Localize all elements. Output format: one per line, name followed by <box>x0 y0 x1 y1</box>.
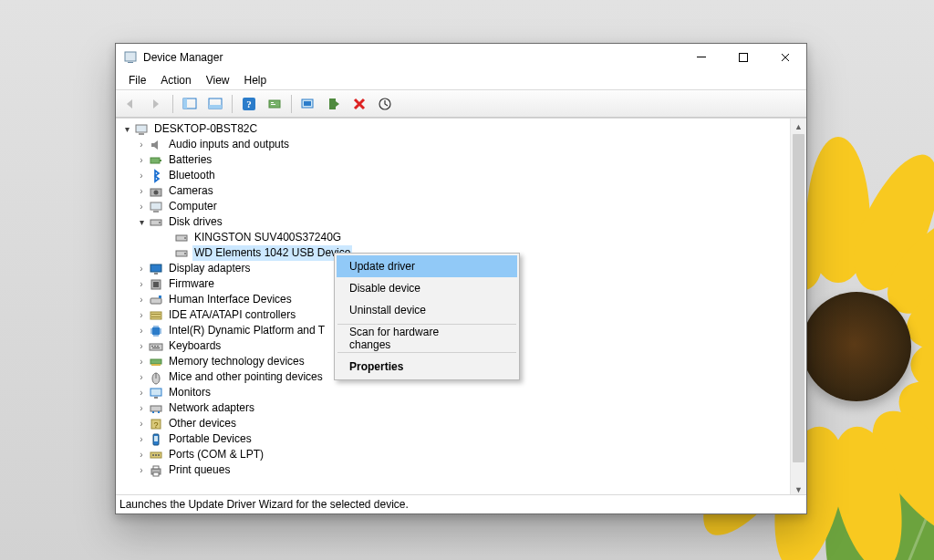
ctx-separator <box>337 324 516 325</box>
svg-rect-24 <box>153 211 159 213</box>
ctx-update-driver[interactable]: Update driver <box>337 255 517 277</box>
svg-rect-54 <box>158 411 160 413</box>
caret-icon[interactable]: › <box>136 338 147 354</box>
scroll-up-button[interactable]: ▲ <box>791 119 806 134</box>
menu-file[interactable]: File <box>121 73 153 88</box>
disk-icon <box>174 231 189 245</box>
firmware-icon <box>149 277 163 292</box>
svg-rect-20 <box>160 160 161 161</box>
caret-icon[interactable]: › <box>136 137 147 152</box>
close-button[interactable] <box>764 44 806 71</box>
caret-icon[interactable]: › <box>136 400 147 416</box>
category-label: Disk drives <box>167 214 224 230</box>
ide-icon <box>149 308 163 323</box>
svg-point-61 <box>155 454 157 456</box>
toolbar: ? <box>116 90 806 118</box>
statusbar: Launches the Update Driver Wizard for th… <box>116 494 806 513</box>
category-label: Computer <box>167 199 219 214</box>
category-label: Intel(R) Dynamic Platform and T <box>167 323 327 338</box>
caret-icon[interactable]: ▾ <box>121 121 132 137</box>
ctx-uninstall-device[interactable]: Uninstall device <box>337 299 517 321</box>
tree-category[interactable]: ›Cameras <box>121 183 806 199</box>
category-label: Print queues <box>167 462 232 478</box>
menu-view[interactable]: View <box>199 73 237 88</box>
caret-icon[interactable]: › <box>136 168 147 183</box>
caret-icon[interactable]: › <box>136 354 147 369</box>
mouse-icon <box>149 370 163 385</box>
statusbar-text: Launches the Update Driver Wizard for th… <box>119 498 409 511</box>
toolbar-back[interactable] <box>119 93 141 115</box>
tree-category[interactable]: ›Network adapters <box>121 400 806 416</box>
tree-category[interactable]: ›?Other devices <box>121 416 806 431</box>
toolbar-separator <box>172 95 173 113</box>
menu-help[interactable]: Help <box>237 73 275 88</box>
toolbar-separator <box>291 95 292 113</box>
tree-category[interactable]: ›Bluetooth <box>121 168 806 183</box>
toolbar-forward[interactable] <box>145 93 167 115</box>
minimize-button[interactable] <box>680 44 722 71</box>
caret-icon[interactable]: › <box>136 416 147 431</box>
tree-category[interactable]: ›Ports (COM & LPT) <box>121 447 806 462</box>
caret-icon[interactable]: › <box>136 152 147 168</box>
ctx-scan-hardware[interactable]: Scan for hardware changes <box>337 327 517 349</box>
toolbar-scan-changes[interactable] <box>374 93 396 115</box>
caret-icon[interactable]: › <box>136 307 147 323</box>
svg-rect-0 <box>125 52 136 61</box>
scroll-thumb[interactable] <box>793 134 804 462</box>
tree-category[interactable]: ›Batteries <box>121 152 806 168</box>
titlebar[interactable]: Device Manager <box>116 44 806 71</box>
printer-icon <box>149 463 163 478</box>
caret-icon[interactable]: › <box>136 447 147 462</box>
toolbar-uninstall[interactable] <box>348 93 370 115</box>
chip-icon <box>149 324 163 338</box>
caret-icon[interactable]: › <box>136 199 147 214</box>
caret-icon[interactable]: ▾ <box>136 214 147 230</box>
device-label: WD Elements 1042 USB Device <box>192 245 352 261</box>
tree-category[interactable]: ›Computer <box>121 199 806 214</box>
toolbar-enable[interactable] <box>323 93 345 115</box>
tree-category[interactable]: ›Monitors <box>121 385 806 400</box>
category-label: Keyboards <box>167 338 223 354</box>
svg-rect-42 <box>151 346 153 347</box>
caret-icon[interactable]: › <box>136 323 147 338</box>
ctx-disable-device[interactable]: Disable device <box>337 277 517 299</box>
maximize-button[interactable] <box>722 44 764 71</box>
toolbar-scan-hardware[interactable] <box>297 93 319 115</box>
other-icon: ? <box>149 417 163 431</box>
hid-icon <box>149 293 163 307</box>
caret-icon[interactable]: › <box>136 261 147 276</box>
svg-rect-64 <box>153 466 159 469</box>
toolbar-properties-pane[interactable] <box>204 93 226 115</box>
caret-icon[interactable]: › <box>136 369 147 385</box>
caret-icon[interactable]: › <box>136 385 147 400</box>
caret-icon[interactable]: › <box>136 292 147 307</box>
svg-rect-1 <box>128 62 133 63</box>
category-label: Network adapters <box>167 400 256 416</box>
caret-icon[interactable]: › <box>136 183 147 199</box>
svg-rect-12 <box>271 104 275 105</box>
caret-icon[interactable]: › <box>136 276 147 292</box>
svg-rect-41 <box>150 344 162 350</box>
toolbar-separator <box>232 95 233 113</box>
svg-point-28 <box>184 237 186 239</box>
tree-category[interactable]: ›Print queues <box>121 462 806 478</box>
category-label: Memory technology devices <box>167 354 306 369</box>
tree-category[interactable]: ▾Disk drives <box>121 214 806 230</box>
toolbar-update-driver[interactable] <box>264 93 285 115</box>
caret-icon[interactable]: › <box>136 431 147 447</box>
category-label: Cameras <box>167 183 215 199</box>
svg-rect-14 <box>304 101 311 106</box>
menu-action[interactable]: Action <box>153 73 198 88</box>
keyboard-icon <box>149 339 163 354</box>
tree-root[interactable]: ▾ DESKTOP-0BST82C <box>121 121 806 137</box>
toolbar-help[interactable]: ? <box>238 93 260 115</box>
category-label: Batteries <box>167 152 213 168</box>
tree-category[interactable]: ›Portable Devices <box>121 431 806 447</box>
tree-category[interactable]: ›Audio inputs and outputs <box>121 137 806 152</box>
vertical-scrollbar[interactable]: ▲ ▼ <box>790 119 806 497</box>
category-label: Mice and other pointing devices <box>167 369 325 385</box>
toolbar-show-hide-console-tree[interactable] <box>179 93 201 115</box>
ctx-properties[interactable]: Properties <box>337 356 517 378</box>
caret-icon[interactable]: › <box>136 462 147 478</box>
tree-device[interactable]: KINGSTON SUV400S37240G <box>121 230 806 245</box>
